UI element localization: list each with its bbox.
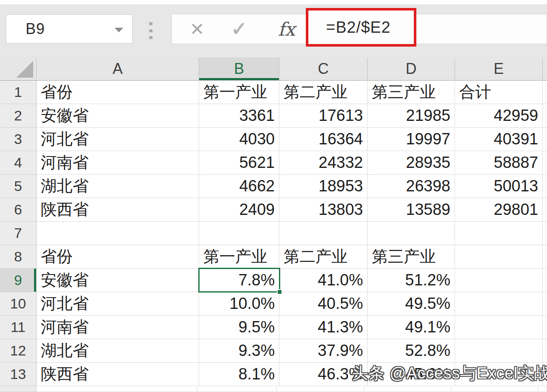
cell-B3[interactable]: 4030: [199, 128, 279, 151]
row-header-12[interactable]: 12: [0, 339, 37, 363]
cell-D6[interactable]: 13589: [368, 198, 455, 222]
row-header-5[interactable]: 5: [0, 175, 37, 198]
cell-D5[interactable]: 26398: [368, 175, 455, 198]
cell-A3[interactable]: 河北省: [37, 128, 199, 151]
sheet-row-1: 1省份第一产业第二产业第三产业合计: [0, 81, 547, 104]
cell-A7[interactable]: [37, 222, 199, 245]
cell-B4[interactable]: 5621: [199, 151, 279, 175]
column-header-E[interactable]: E: [455, 57, 543, 81]
cell-E12[interactable]: [455, 339, 543, 363]
cell-C6[interactable]: 13803: [279, 198, 368, 222]
row-header-4[interactable]: 4: [0, 151, 37, 175]
cell-A12[interactable]: 湖北省: [37, 339, 199, 363]
cell-E1[interactable]: 合计: [455, 81, 543, 104]
cell-B9[interactable]: 7.8%: [199, 269, 279, 292]
cell-B6[interactable]: 2409: [199, 198, 279, 222]
cell-A5[interactable]: 湖北省: [37, 175, 199, 198]
cell-partial-2: [543, 104, 547, 128]
row-header-3[interactable]: 3: [0, 128, 37, 151]
row-header-2[interactable]: 2: [0, 104, 37, 128]
cell-A9[interactable]: 安徽省: [37, 269, 199, 292]
name-box[interactable]: B9: [6, 14, 133, 44]
row-header-13[interactable]: 13: [0, 363, 37, 386]
insert-function-fx-icon[interactable]: fx: [272, 14, 301, 44]
formula-bar-input[interactable]: =B2/$E2: [308, 18, 391, 37]
cell-B1[interactable]: 第一产业: [199, 81, 279, 104]
cell-B12[interactable]: 9.3%: [199, 339, 279, 363]
cancel-icon[interactable]: ✕: [184, 14, 210, 44]
cell-A1[interactable]: 省份: [37, 81, 199, 104]
cell-C7[interactable]: [279, 222, 368, 245]
column-header-A[interactable]: A: [37, 57, 199, 81]
cell-D11[interactable]: 49.1%: [368, 316, 455, 339]
cell-C11[interactable]: 41.3%: [279, 316, 368, 339]
cell-D2[interactable]: 21985: [368, 104, 455, 128]
cell-C3[interactable]: 16364: [279, 128, 368, 151]
row-header-7[interactable]: 7: [0, 222, 37, 245]
column-header-C[interactable]: C: [279, 57, 368, 81]
cell-C5[interactable]: 18953: [279, 175, 368, 198]
cell-E3[interactable]: 40391: [455, 128, 543, 151]
cell-C12[interactable]: 37.9%: [279, 339, 368, 363]
cell-E9[interactable]: [455, 269, 543, 292]
cell-E7[interactable]: [455, 222, 543, 245]
cell-C1[interactable]: 第二产业: [279, 81, 368, 104]
row-header-6[interactable]: 6: [0, 198, 37, 222]
name-box-dropdown-icon[interactable]: [115, 28, 123, 32]
cell-E2[interactable]: 42959: [455, 104, 543, 128]
cell-C9[interactable]: 41.0%: [279, 269, 368, 292]
cell-D8[interactable]: 第三产业: [368, 245, 455, 269]
cell-B11[interactable]: 9.5%: [199, 316, 279, 339]
cell-B13[interactable]: 8.1%: [199, 363, 279, 386]
row-header-8[interactable]: 8: [0, 245, 37, 269]
sheet-body: 1省份第一产业第二产业第三产业合计2安徽省3361176132198542959…: [0, 81, 547, 392]
cell-E5[interactable]: 50013: [455, 175, 543, 198]
cell-A10[interactable]: 河北省: [37, 292, 199, 316]
cell-A11[interactable]: 河南省: [37, 316, 199, 339]
sheet-row-7: 7: [0, 222, 547, 245]
cell-D13[interactable]: 45.6%: [368, 363, 455, 386]
cell-E13[interactable]: [455, 363, 543, 386]
cell-E8[interactable]: [455, 245, 543, 269]
cell-B5[interactable]: 4662: [199, 175, 279, 198]
sheet-row-2: 2安徽省3361176132198542959: [0, 104, 547, 128]
cell-B10[interactable]: 10.0%: [199, 292, 279, 316]
cell-D10[interactable]: 49.5%: [368, 292, 455, 316]
cell-A8[interactable]: 省份: [37, 245, 199, 269]
cell-C2[interactable]: 17613: [279, 104, 368, 128]
cell-B8[interactable]: 第一产业: [199, 245, 279, 269]
cell-C13[interactable]: 46.3%: [279, 363, 368, 386]
column-header-row: ABCDE: [0, 57, 547, 81]
row-header-11[interactable]: 11: [0, 316, 37, 339]
cell-B2[interactable]: 3361: [199, 104, 279, 128]
toolbar-divider-dots: [149, 22, 153, 39]
cell-A6[interactable]: 陕西省: [37, 198, 199, 222]
row-header-1[interactable]: 1: [0, 81, 37, 104]
cell-E11[interactable]: [455, 316, 543, 339]
cell-partial-6: [543, 198, 547, 222]
cell-E6[interactable]: 29801: [455, 198, 543, 222]
select-all-triangle-icon: [16, 61, 33, 78]
cell-D1[interactable]: 第三产业: [368, 81, 455, 104]
cell-D4[interactable]: 28935: [368, 151, 455, 175]
cell-A13[interactable]: 陕西省: [37, 363, 199, 386]
cell-B7[interactable]: [199, 222, 279, 245]
select-all-button[interactable]: [0, 57, 37, 81]
cell-C10[interactable]: 40.5%: [279, 292, 368, 316]
cell-D9[interactable]: 51.2%: [368, 269, 455, 292]
cell-E4[interactable]: 58887: [455, 151, 543, 175]
cell-D7[interactable]: [368, 222, 455, 245]
cell-partial-3: [543, 128, 547, 151]
cell-C4[interactable]: 24332: [279, 151, 368, 175]
row-header-9[interactable]: 9: [0, 269, 37, 292]
cell-A4[interactable]: 河南省: [37, 151, 199, 175]
cell-A2[interactable]: 安徽省: [37, 104, 199, 128]
row-header-10[interactable]: 10: [0, 292, 37, 316]
enter-icon[interactable]: ✓: [226, 14, 252, 44]
cell-C8[interactable]: 第二产业: [279, 245, 368, 269]
column-header-D[interactable]: D: [368, 57, 455, 81]
cell-D12[interactable]: 52.8%: [368, 339, 455, 363]
cell-D3[interactable]: 19997: [368, 128, 455, 151]
column-header-B[interactable]: B: [199, 57, 279, 81]
cell-E10[interactable]: [455, 292, 543, 316]
